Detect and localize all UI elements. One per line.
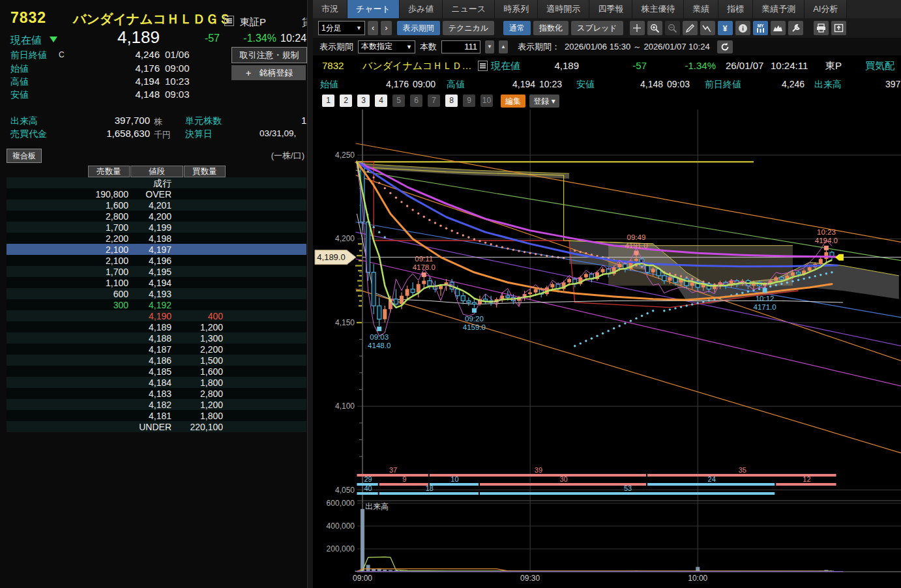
register-symbol-button[interactable]: ＋銘柄登録 xyxy=(231,65,306,80)
order-book-row[interactable]: 4,1881,300 xyxy=(7,332,306,344)
mountain-chart-icon[interactable] xyxy=(771,21,786,35)
trend-orange-3 xyxy=(356,289,901,453)
order-book-row[interactable]: UNDER220,100 xyxy=(7,421,306,432)
tab-業績[interactable]: 業績 xyxy=(684,0,718,18)
timeframe-select[interactable]: 1分足▼ xyxy=(318,21,365,35)
period-label: 表示期間 xyxy=(319,41,353,53)
bar-count-input[interactable]: 111 xyxy=(441,40,480,53)
order-book-row[interactable]: 1,6004,201 xyxy=(7,199,306,211)
info-icon[interactable]: i xyxy=(735,21,750,35)
normal-button[interactable]: 通常 xyxy=(503,21,531,35)
order-book-row[interactable]: 2,2004,198 xyxy=(7,233,306,244)
reload-icon[interactable] xyxy=(717,40,733,53)
my-chart-icon[interactable]: MY xyxy=(753,21,768,35)
register-dropdown[interactable]: 登録 ▾ xyxy=(529,95,559,108)
price: 4,201 xyxy=(130,200,171,211)
count-decrement-button[interactable]: ▼ xyxy=(485,40,494,53)
order-book-row[interactable]: 4,1821,200 xyxy=(7,399,306,410)
display-period-button[interactable]: 表示期間 xyxy=(397,21,440,35)
preset-button-2[interactable]: 2 xyxy=(340,95,352,107)
sar-dot-below xyxy=(619,325,621,327)
price: 4,185 xyxy=(130,366,171,377)
candle-body xyxy=(472,302,476,304)
period-mode-select[interactable]: 本数指定▼ xyxy=(358,40,415,53)
tab-bar: 市況チャート歩み値ニュース時系列適時開示四季報株主優待業績指標業績予測AI分析 xyxy=(313,0,901,19)
add-icon[interactable] xyxy=(630,21,645,35)
low-marker xyxy=(472,308,477,313)
preset-button-1[interactable]: 1 xyxy=(322,95,334,107)
y-axis-label: 4,150 xyxy=(335,318,355,327)
count-bar-label: 30 xyxy=(559,475,567,483)
technical-button[interactable]: テクニカル xyxy=(443,21,494,35)
prev-bar-button[interactable]: ‹ xyxy=(368,21,378,35)
tab-四季報[interactable]: 四季報 xyxy=(589,0,632,18)
list-icon[interactable] xyxy=(478,61,488,71)
candle-body xyxy=(467,301,471,302)
preset-button-10[interactable]: 10 xyxy=(480,95,493,107)
preset-button-5[interactable]: 5 xyxy=(392,95,405,107)
order-book-row[interactable]: 4,1851,600 xyxy=(7,366,306,377)
order-book-row[interactable]: 190,800OVER xyxy=(7,188,306,199)
order-book-row[interactable]: 4,190400 xyxy=(7,310,306,321)
tab-業績予測[interactable]: 業績予測 xyxy=(753,0,805,18)
order-book-row[interactable]: 4,1861,500 xyxy=(7,355,306,366)
order-book-row[interactable]: 2,1004,196 xyxy=(7,255,306,266)
print-icon[interactable] xyxy=(814,21,829,35)
draw-pencil-icon[interactable] xyxy=(683,21,698,35)
count-increment-button[interactable]: ▲ xyxy=(499,40,508,53)
volume-axis-label: 400,000 xyxy=(327,522,355,531)
price: 4,197 xyxy=(130,244,171,255)
trendline-tool-icon[interactable] xyxy=(700,21,715,35)
tab-市況[interactable]: 市況 xyxy=(313,0,347,18)
tab-指標[interactable]: 指標 xyxy=(718,0,753,18)
tab-ニュース[interactable]: ニュース xyxy=(443,0,495,18)
tab-AI分析[interactable]: AI分析 xyxy=(805,0,847,18)
yen-scale-icon[interactable]: ¥ xyxy=(718,21,733,35)
export-icon[interactable] xyxy=(831,21,846,35)
order-book-row[interactable]: 1,7004,195 xyxy=(7,266,306,277)
zoom-out-icon[interactable] xyxy=(665,21,680,35)
order-book-row[interactable]: 4,1841,800 xyxy=(7,377,306,388)
order-book-row[interactable]: 2,8004,200 xyxy=(7,211,306,222)
order-book-row[interactable]: 4,1891,200 xyxy=(7,321,306,332)
order-book-row[interactable]: 1,1004,194 xyxy=(7,277,306,288)
preset-button-3[interactable]: 3 xyxy=(357,95,370,107)
order-book-row[interactable]: 2,1004,197 xyxy=(7,244,306,255)
tab-時系列[interactable]: 時系列 xyxy=(495,0,538,18)
spread-button[interactable]: スプレッド xyxy=(571,21,623,35)
preset-button-8[interactable]: 8 xyxy=(445,95,458,107)
sar-dot-above xyxy=(524,251,525,253)
list-icon[interactable] xyxy=(224,16,234,26)
price: 4,193 xyxy=(130,289,171,299)
next-bar-button[interactable]: › xyxy=(381,21,391,35)
unit-shares-value: 1 xyxy=(301,115,306,126)
preset-button-9[interactable]: 9 xyxy=(463,95,475,107)
composite-board-button[interactable]: 複合板 xyxy=(7,149,42,163)
preset-button-4[interactable]: 4 xyxy=(375,95,387,107)
settings-wrench-icon[interactable] xyxy=(788,21,803,35)
order-book-row[interactable]: 6004,193 xyxy=(7,288,306,299)
preset-button-7[interactable]: 7 xyxy=(428,95,440,107)
indexed-button[interactable]: 指数化 xyxy=(533,21,569,35)
preset-button-6[interactable]: 6 xyxy=(410,95,422,107)
chart-canvas[interactable]: 4,2504,2004,1504,1004,05009:0009:3010:00… xyxy=(313,110,901,588)
open-label: 始値 xyxy=(10,63,29,75)
tab-チャート[interactable]: チャート xyxy=(347,0,400,18)
edit-button[interactable]: 編集 xyxy=(501,95,525,108)
order-book-row[interactable]: 4,1832,800 xyxy=(7,388,306,399)
tab-適時開示[interactable]: 適時開示 xyxy=(538,0,589,18)
order-book-row[interactable]: 4,1872,200 xyxy=(7,344,306,355)
candle-body xyxy=(662,276,666,281)
tab-株主優待[interactable]: 株主優待 xyxy=(632,0,684,18)
order-book-row[interactable]: 4,1811,800 xyxy=(7,410,306,421)
trade-caution-button[interactable]: 取引注意・規制 xyxy=(231,47,307,63)
axis-profile-bar xyxy=(359,260,362,261)
sell-qty: 1,600 xyxy=(46,200,128,211)
order-book-row[interactable]: 1,7004,199 xyxy=(7,222,306,233)
tab-歩み値[interactable]: 歩み値 xyxy=(400,0,443,18)
sar-dot-above xyxy=(507,248,509,250)
order-book-row[interactable]: 成行 xyxy=(7,177,306,188)
candle-body xyxy=(791,272,795,276)
order-book-row[interactable]: 3004,192 xyxy=(7,299,306,310)
zoom-in-icon[interactable] xyxy=(647,21,662,35)
